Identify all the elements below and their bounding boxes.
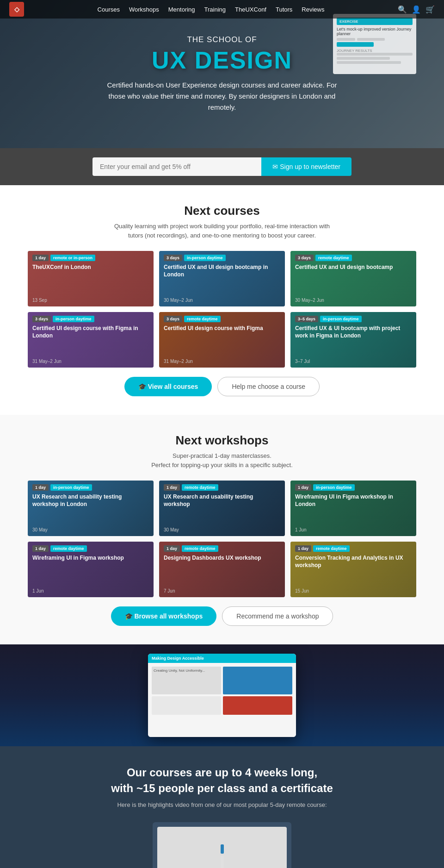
card-type-tag: remote daytime [182,545,218,552]
screen-top-label: Making Design Accessible [152,656,204,661]
card-type-tag: remote daytime [315,255,352,261]
cart-icon[interactable]: 🛒 [426,5,435,14]
screen-grid: Creating Unity, Not Uniformity... [152,667,292,715]
card-content: 1 day remote daytime UX Research and usa… [159,481,285,536]
card-title: TheUXConf in London [32,264,149,296]
dark-info-section: Our courses are up to 4 weeks long,with … [0,746,444,868]
card-date: 1 Jun [295,527,412,532]
nav-icons: 🔍 👤 🛒 [398,5,435,14]
card-type-tag: in-person daytime [53,316,94,322]
card-days-tag: 3 days [164,255,182,261]
workshop-card[interactable]: 1 day remote daytime UX Research and usa… [159,481,285,536]
card-days-tag: 3 days [32,316,51,322]
card-content: 3 days remote daytime Certified UX and U… [290,251,416,306]
card-title: Wireframing UI in Figma workshop in Lond… [295,493,412,525]
card-days-tag: 3 days [164,316,182,322]
nav-tutors[interactable]: Tutors [276,6,292,13]
card-type-tag: remote daytime [50,545,87,552]
view-all-courses-button[interactable]: 🎓 View all courses [124,377,212,396]
card-title: Wireframing UI in Figma workshop [32,555,149,587]
course-card[interactable]: 3 days remote daytime Certified UI desig… [159,312,285,368]
card-content: 1 day remote daytime Wireframing UI in F… [28,542,154,597]
workshop-card[interactable]: 1 day remote daytime Wireframing UI in F… [28,542,154,597]
card-date: 30 May [164,527,280,532]
card-type-tag: remote daytime [313,545,350,552]
recommend-workshop-button[interactable]: Recommend me a workshop [222,606,333,626]
card-days-tag: 1 day [32,255,49,261]
card-days-tag: 1 day [295,484,311,491]
newsletter-submit-button[interactable]: ✉ Sign up to newsletter [261,157,352,176]
nav-reviews[interactable]: Reviews [302,6,324,13]
card-tags: 1 day in-person daytime [295,484,412,491]
nav-training[interactable]: Training [204,6,226,13]
nav-mentoring[interactable]: Mentoring [168,6,195,13]
course-card[interactable]: 3 days in-person daytime Certified UI de… [28,312,154,368]
card-title: Designing Dashboards UX workshop [164,555,280,587]
video-content: ▶ [216,840,228,868]
card-type-tag: remote or in-person [50,255,95,261]
card-tags: 1 day remote daytime [295,545,412,552]
card-content: 3 days in-person daytime Certified UX an… [159,251,285,306]
screen-top-bar: Making Design Accessible [148,654,296,663]
screen-card-4 [223,696,292,715]
nav-workshops[interactable]: Workshops [129,6,159,13]
screen-card-2 [223,667,292,694]
card-content: 1 day remote daytime Conversion Tracking… [290,542,416,597]
logo-icon: ◇ [14,6,19,13]
hero-subtitle: THE SCHOOL OF [106,35,338,44]
course-card[interactable]: 3 days in-person daytime Certified UX an… [159,251,285,306]
card-content: 1 day in-person daytime UX Research and … [28,481,154,536]
video-player[interactable]: ▶ [153,822,291,868]
card-title: Certified UI design course with Figma in… [32,325,149,357]
card-content: 1 day in-person daytime Wireframing UI i… [290,481,416,536]
workshops-grid: 1 day in-person daytime UX Research and … [28,481,416,597]
card-type-tag: remote daytime [184,316,221,322]
card-title: Certified UX & UI bootcamp with project … [295,325,412,357]
nav-courses[interactable]: Courses [98,6,120,13]
card-content: 3 days in-person daytime Certified UI de… [28,312,154,368]
help-choose-course-button[interactable]: Help me choose a course [217,377,320,396]
card-tags: 3–5 days in-person daytime [295,316,412,322]
card-title: Conversion Tracking and Analytics in UX … [295,555,412,587]
workshop-card[interactable]: 1 day remote daytime Designing Dashboard… [159,542,285,597]
card-tags: 3 days remote daytime [295,255,412,261]
card-days-tag: 3 days [295,255,314,261]
hero-section: EXERCISE Let's mock-up improved version … [0,0,444,148]
workshops-section-subtitle: Super-practical 1-day masterclasses. Per… [28,451,416,469]
newsletter-box: ✉ Sign up to newsletter [92,157,352,176]
card-date: 30 May [32,527,149,532]
card-type-tag: in-person daytime [320,316,362,322]
video-bar [221,844,224,854]
card-tags: 1 day remote daytime [164,484,280,491]
course-card[interactable]: 3–5 days in-person daytime Certified UX … [290,312,416,368]
card-content: 3–5 days in-person daytime Certified UX … [290,312,416,368]
card-days-tag: 1 day [164,545,180,552]
card-days-tag: 1 day [295,545,311,552]
hero-description: Certified hands-on User Experience desig… [106,80,338,113]
course-card[interactable]: 3 days remote daytime Certified UX and U… [290,251,416,306]
search-icon[interactable]: 🔍 [398,5,407,14]
workshop-card[interactable]: 1 day in-person daytime UX Research and … [28,481,154,536]
card-date: 3–7 Jul [295,359,412,364]
workshop-card[interactable]: 1 day in-person daytime Wireframing UI i… [290,481,416,536]
card-date: 31 May–2 Jun [164,359,280,364]
user-icon[interactable]: 👤 [412,5,421,14]
card-title: Certified UX and UI design bootcamp [295,264,412,296]
video-screen: ▶ [221,856,224,868]
screen-card-1: Creating Unity, Not Uniformity... [152,667,221,694]
nav-theuxconf[interactable]: TheUXConf [235,6,266,13]
logo[interactable]: ◇ [9,2,24,17]
card-date: 30 May–2 Jun [164,298,280,303]
card-content: 1 day remote or in-person TheUXConf in L… [28,251,154,306]
courses-btn-row: 🎓 View all courses Help me choose a cour… [28,377,416,396]
card-type-tag: in-person daytime [184,255,226,261]
card-title: Certified UI design course with Figma [164,325,280,357]
course-card[interactable]: 1 day remote or in-person TheUXConf in L… [28,251,154,306]
card-days-tag: 1 day [164,484,180,491]
video-inner: ▶ [157,827,287,868]
hero-title: UX DESIGN [106,46,338,74]
workshop-card[interactable]: 1 day remote daytime Conversion Tracking… [290,542,416,597]
browse-workshops-button[interactable]: 🎓 Browse all workshops [111,606,217,626]
card-tags: 3 days in-person daytime [32,316,149,322]
newsletter-email-input[interactable] [92,157,261,176]
